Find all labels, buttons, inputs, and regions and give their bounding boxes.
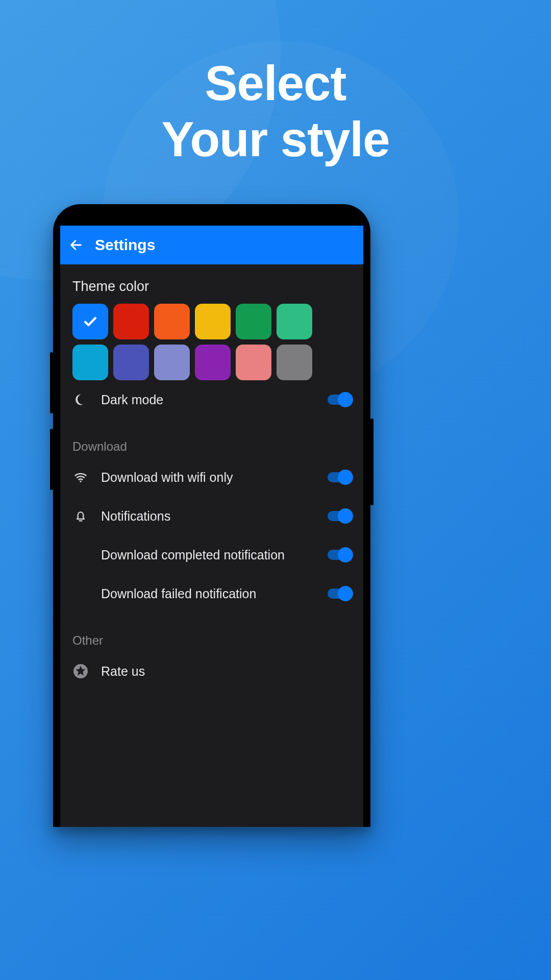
theme-swatch[interactable] [154,304,190,339]
failed-notif-label: Download failed notification [101,586,315,601]
promo-headline: Select Your style [0,55,551,168]
app-screen: Settings Theme color Dark mode Download [60,226,363,827]
arrow-left-icon [69,238,83,252]
theme-swatch[interactable] [195,345,231,380]
theme-swatch[interactable] [113,345,149,380]
theme-swatch[interactable] [113,304,149,339]
theme-color-swatches [60,304,363,380]
wifi-only-row[interactable]: Download with wifi only [60,458,363,497]
theme-swatch[interactable] [277,345,312,380]
back-button[interactable] [68,237,84,253]
star-icon [72,663,89,679]
check-icon [82,313,99,330]
download-section-header: Download [60,419,363,458]
rate-us-label: Rate us [101,664,351,679]
bell-icon [72,508,89,524]
failed-notif-toggle[interactable] [328,589,351,599]
notifications-label: Notifications [101,509,315,524]
svg-point-0 [80,481,81,482]
dark-mode-toggle[interactable] [328,395,351,405]
completed-notif-toggle[interactable] [328,550,351,560]
wifi-only-label: Download with wifi only [101,470,315,485]
notifications-toggle[interactable] [328,511,351,521]
dark-mode-row[interactable]: Dark mode [60,380,363,419]
completed-notif-row[interactable]: Download completed notification [60,535,363,574]
phone-frame: Settings Theme color Dark mode Download [53,204,370,827]
settings-content: Theme color Dark mode Download Download … [60,264,363,711]
headline-line-2: Your style [0,111,551,167]
appbar: Settings [60,226,363,264]
wifi-only-toggle[interactable] [328,472,351,482]
theme-swatch[interactable] [72,345,108,380]
theme-swatch[interactable] [195,304,231,339]
rate-us-row[interactable]: Rate us [60,652,363,691]
completed-notif-label: Download completed notification [101,548,315,562]
promo-page: Select Your style Settings Theme color D… [0,0,551,980]
other-section-header: Other [60,613,363,652]
headline-line-1: Select [0,55,551,111]
moon-icon [72,391,89,408]
theme-swatch[interactable] [277,304,312,339]
theme-swatch[interactable] [236,304,271,339]
theme-swatch[interactable] [154,345,190,380]
failed-notif-row[interactable]: Download failed notification [60,574,363,613]
notifications-row[interactable]: Notifications [60,497,363,535]
theme-swatch[interactable] [72,304,108,339]
theme-color-label: Theme color [60,264,363,304]
wifi-icon [72,469,89,485]
appbar-title: Settings [95,236,155,254]
theme-swatch[interactable] [236,345,271,380]
dark-mode-label: Dark mode [101,393,315,407]
